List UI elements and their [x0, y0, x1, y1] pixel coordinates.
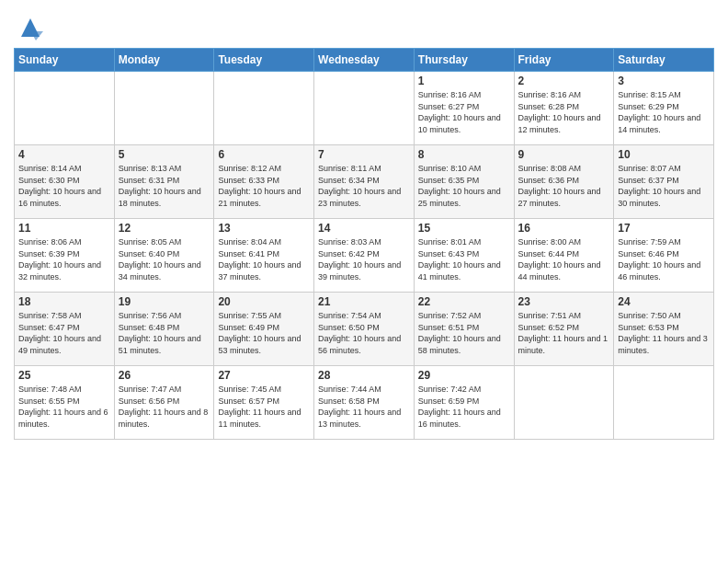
day-number: 3 — [618, 75, 710, 87]
day-info: Sunrise: 7:59 AM Sunset: 6:46 PM Dayligh… — [618, 236, 710, 282]
day-number: 11 — [18, 222, 110, 235]
day-cell: 17 Sunrise: 7:59 AM Sunset: 6:46 PM Dayl… — [614, 219, 714, 293]
day-info: Sunrise: 8:08 AM Sunset: 6:36 PM Dayligh… — [518, 163, 610, 209]
day-info: Sunrise: 8:11 AM Sunset: 6:34 PM Dayligh… — [318, 163, 410, 209]
week-row-4: 18 Sunrise: 7:58 AM Sunset: 6:47 PM Dayl… — [15, 293, 714, 366]
day-cell: 29 Sunrise: 7:42 AM Sunset: 6:59 PM Dayl… — [414, 366, 514, 440]
day-cell — [614, 366, 714, 440]
calendar-page: Sunday Monday Tuesday Wednesday Thursday… — [0, 0, 728, 563]
day-cell — [314, 72, 415, 145]
day-cell: 21 Sunrise: 7:54 AM Sunset: 6:50 PM Dayl… — [314, 293, 415, 366]
day-cell: 23 Sunrise: 7:51 AM Sunset: 6:52 PM Dayl… — [514, 293, 614, 366]
day-number: 27 — [218, 369, 310, 382]
day-number: 9 — [518, 148, 610, 161]
day-info: Sunrise: 8:06 AM Sunset: 6:39 PM Dayligh… — [18, 236, 110, 282]
day-cell: 7 Sunrise: 8:11 AM Sunset: 6:34 PM Dayli… — [314, 145, 415, 219]
day-number: 15 — [418, 222, 510, 235]
day-cell: 4 Sunrise: 8:14 AM Sunset: 6:30 PM Dayli… — [15, 145, 115, 219]
header-row: Sunday Monday Tuesday Wednesday Thursday… — [15, 49, 714, 72]
day-number: 17 — [618, 222, 710, 235]
day-number: 24 — [618, 295, 710, 308]
day-number: 13 — [218, 222, 310, 235]
day-cell: 19 Sunrise: 7:56 AM Sunset: 6:48 PM Dayl… — [114, 293, 214, 366]
day-info: Sunrise: 8:13 AM Sunset: 6:31 PM Dayligh… — [119, 163, 210, 209]
day-info: Sunrise: 7:52 AM Sunset: 6:51 PM Dayligh… — [418, 310, 510, 356]
day-cell: 15 Sunrise: 8:01 AM Sunset: 6:43 PM Dayl… — [414, 219, 514, 293]
day-cell: 13 Sunrise: 8:04 AM Sunset: 6:41 PM Dayl… — [214, 219, 314, 293]
day-cell: 3 Sunrise: 8:15 AM Sunset: 6:29 PM Dayli… — [614, 72, 714, 145]
day-info: Sunrise: 7:54 AM Sunset: 6:50 PM Dayligh… — [318, 310, 410, 356]
day-cell: 9 Sunrise: 8:08 AM Sunset: 6:36 PM Dayli… — [514, 145, 614, 219]
day-number: 22 — [418, 295, 510, 308]
day-number: 20 — [218, 295, 310, 308]
day-number: 26 — [119, 369, 210, 382]
day-info: Sunrise: 7:42 AM Sunset: 6:59 PM Dayligh… — [418, 384, 510, 430]
day-info: Sunrise: 7:56 AM Sunset: 6:48 PM Dayligh… — [119, 310, 210, 356]
day-number: 7 — [318, 148, 410, 161]
col-saturday: Saturday — [614, 49, 714, 72]
header — [14, 9, 714, 40]
day-number: 4 — [18, 148, 110, 161]
day-cell — [114, 72, 214, 145]
week-row-5: 25 Sunrise: 7:48 AM Sunset: 6:55 PM Dayl… — [15, 366, 714, 440]
day-cell — [214, 72, 314, 145]
day-info: Sunrise: 8:01 AM Sunset: 6:43 PM Dayligh… — [418, 236, 510, 282]
day-info: Sunrise: 8:07 AM Sunset: 6:37 PM Dayligh… — [618, 163, 710, 209]
day-info: Sunrise: 7:51 AM Sunset: 6:52 PM Dayligh… — [518, 310, 610, 356]
day-cell: 2 Sunrise: 8:16 AM Sunset: 6:28 PM Dayli… — [514, 72, 614, 145]
day-number: 16 — [518, 222, 610, 235]
day-info: Sunrise: 8:10 AM Sunset: 6:35 PM Dayligh… — [418, 163, 510, 209]
col-wednesday: Wednesday — [314, 49, 415, 72]
day-cell: 11 Sunrise: 8:06 AM Sunset: 6:39 PM Dayl… — [15, 219, 115, 293]
day-number: 10 — [618, 148, 710, 161]
day-number: 5 — [119, 148, 210, 161]
calendar-table: Sunday Monday Tuesday Wednesday Thursday… — [14, 48, 714, 440]
day-cell: 12 Sunrise: 8:05 AM Sunset: 6:40 PM Dayl… — [114, 219, 214, 293]
day-number: 25 — [18, 369, 110, 382]
day-number: 19 — [119, 295, 210, 308]
col-friday: Friday — [514, 49, 614, 72]
day-number: 21 — [318, 295, 410, 308]
day-number: 12 — [119, 222, 210, 235]
day-cell: 10 Sunrise: 8:07 AM Sunset: 6:37 PM Dayl… — [614, 145, 714, 219]
day-number: 23 — [518, 295, 610, 308]
day-cell: 16 Sunrise: 8:00 AM Sunset: 6:44 PM Dayl… — [514, 219, 614, 293]
day-info: Sunrise: 8:04 AM Sunset: 6:41 PM Dayligh… — [218, 236, 310, 282]
day-cell: 8 Sunrise: 8:10 AM Sunset: 6:35 PM Dayli… — [414, 145, 514, 219]
day-cell: 26 Sunrise: 7:47 AM Sunset: 6:56 PM Dayl… — [114, 366, 214, 440]
day-info: Sunrise: 8:12 AM Sunset: 6:33 PM Dayligh… — [218, 163, 310, 209]
day-cell — [15, 72, 115, 145]
day-info: Sunrise: 7:48 AM Sunset: 6:55 PM Dayligh… — [18, 384, 110, 430]
col-thursday: Thursday — [414, 49, 514, 72]
day-cell: 1 Sunrise: 8:16 AM Sunset: 6:27 PM Dayli… — [414, 72, 514, 145]
day-number: 8 — [418, 148, 510, 161]
day-number: 28 — [318, 369, 410, 382]
col-tuesday: Tuesday — [214, 49, 314, 72]
day-info: Sunrise: 7:50 AM Sunset: 6:53 PM Dayligh… — [618, 310, 710, 356]
day-info: Sunrise: 8:15 AM Sunset: 6:29 PM Dayligh… — [618, 89, 710, 135]
day-info: Sunrise: 8:16 AM Sunset: 6:28 PM Dayligh… — [518, 89, 610, 135]
col-monday: Monday — [114, 49, 214, 72]
day-cell: 14 Sunrise: 8:03 AM Sunset: 6:42 PM Dayl… — [314, 219, 415, 293]
day-cell: 27 Sunrise: 7:45 AM Sunset: 6:57 PM Dayl… — [214, 366, 314, 440]
day-info: Sunrise: 8:16 AM Sunset: 6:27 PM Dayligh… — [418, 89, 510, 135]
day-number: 14 — [318, 222, 410, 235]
col-sunday: Sunday — [15, 49, 115, 72]
day-info: Sunrise: 8:05 AM Sunset: 6:40 PM Dayligh… — [119, 236, 210, 282]
day-info: Sunrise: 8:00 AM Sunset: 6:44 PM Dayligh… — [518, 236, 610, 282]
day-number: 2 — [518, 75, 610, 87]
week-row-3: 11 Sunrise: 8:06 AM Sunset: 6:39 PM Dayl… — [15, 219, 714, 293]
day-cell: 24 Sunrise: 7:50 AM Sunset: 6:53 PM Dayl… — [614, 293, 714, 366]
day-cell: 20 Sunrise: 7:55 AM Sunset: 6:49 PM Dayl… — [214, 293, 314, 366]
day-number: 1 — [418, 75, 510, 87]
day-cell — [514, 366, 614, 440]
day-info: Sunrise: 7:47 AM Sunset: 6:56 PM Dayligh… — [119, 384, 210, 430]
day-cell: 6 Sunrise: 8:12 AM Sunset: 6:33 PM Dayli… — [214, 145, 314, 219]
logo — [14, 13, 43, 40]
week-row-1: 1 Sunrise: 8:16 AM Sunset: 6:27 PM Dayli… — [15, 72, 714, 145]
day-cell: 18 Sunrise: 7:58 AM Sunset: 6:47 PM Dayl… — [15, 293, 115, 366]
day-info: Sunrise: 7:45 AM Sunset: 6:57 PM Dayligh… — [218, 384, 310, 430]
logo-icon — [17, 15, 43, 40]
day-number: 29 — [418, 369, 510, 382]
day-info: Sunrise: 7:55 AM Sunset: 6:49 PM Dayligh… — [218, 310, 310, 356]
